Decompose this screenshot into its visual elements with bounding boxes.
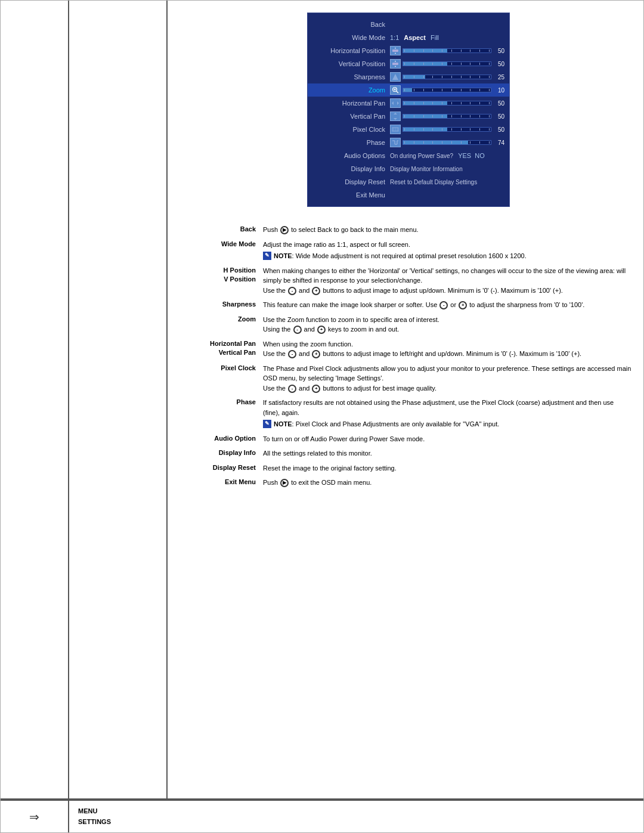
desc-label-sharpness-d: Sharpness [185, 300, 263, 310]
wide-mode-aspect[interactable]: Aspect [404, 34, 426, 41]
footer-text-col: MENU SETTINGS [69, 803, 120, 830]
note-icon-wide-mode: ✎ [263, 252, 271, 260]
osd-label-v-pan: Vertical Pan [312, 113, 390, 120]
osd-row-wide-mode[interactable]: Wide Mode 1:1 Aspect Fill [308, 31, 509, 44]
circle-plus-h: + [312, 287, 320, 295]
desc-row-wide-mode: Wide Mode Adjust the image ratio as 1:1,… [185, 240, 631, 261]
desc-row-hv-pos: H PositionV Position When making changes… [185, 266, 631, 296]
note-text-wide-mode: NOTE: Wide Mode adjustment is not requir… [274, 251, 527, 261]
desc-content-zoom: Use the Zoom function to zoom in to spec… [263, 315, 631, 335]
v-pos-value: 50 [493, 61, 504, 67]
phase-track [402, 140, 491, 145]
circle-plus-z: + [317, 326, 326, 334]
wide-mode-fill[interactable]: Fill [431, 34, 439, 41]
audio-yes-btn[interactable]: YES [458, 152, 471, 159]
desc-row-audio-opt: Audio Option To turn on or off Audio Pow… [185, 434, 631, 444]
osd-value-h-pan: 50 [390, 98, 504, 108]
phase-note: ✎ NOTE: Pixel Clock and Phase Adjustment… [263, 419, 631, 429]
osd-row-h-pan[interactable]: Horizontal Pan 50 [308, 97, 509, 110]
desc-content-display-info: All the settings related to this monitor… [263, 448, 631, 459]
left-border-col [1, 1, 69, 798]
page-wrapper: Back Wide Mode 1:1 Aspect Fill [0, 0, 644, 833]
zoom-icon [390, 85, 401, 95]
osd-row-h-pos[interactable]: Horizontal Position 50 [308, 44, 509, 57]
circle-minus-h: - [288, 287, 296, 295]
osd-row-audio-options[interactable]: Audio Options On during Power Save? YES … [308, 149, 509, 162]
h-pos-icon [390, 46, 401, 55]
osd-label-display-info: Display Info [312, 165, 390, 172]
osd-value-v-pos: 50 [390, 59, 504, 69]
circle-minus-p: - [288, 350, 296, 358]
osd-value-h-pos: 50 [390, 46, 504, 55]
circle-minus-z: - [293, 326, 302, 334]
svg-marker-6 [392, 74, 398, 80]
osd-row-pixel-clock[interactable]: Pixel Clock 50 [308, 123, 509, 136]
pixel-clock-slider-container: 50 [390, 125, 504, 134]
desc-label-pan: Horizontal PanVertical Pan [185, 339, 263, 359]
desc-label-phase-d: Phase [185, 398, 263, 429]
h-pan-icon [390, 98, 401, 108]
h-pos-value: 50 [493, 48, 504, 54]
osd-label-wide-mode: Wide Mode [312, 34, 390, 41]
osd-row-back[interactable]: Back [308, 18, 509, 31]
osd-row-display-reset[interactable]: Display Reset Reset to Default Display S… [308, 175, 509, 188]
v-pos-icon [390, 59, 401, 69]
phase-icon [390, 138, 401, 147]
svg-rect-11 [393, 102, 398, 104]
wide-mode-note: ✎ NOTE: Wide Mode adjustment is not requ… [263, 251, 631, 261]
osd-row-sharpness[interactable]: Sharpness 25 [308, 70, 509, 83]
desc-label-display-reset-d: Display Reset [185, 463, 263, 473]
osd-value-v-pan: 50 [390, 112, 504, 121]
sharpness-track [402, 75, 491, 79]
osd-row-v-pos[interactable]: Vertical Position 50 [308, 57, 509, 70]
svg-marker-12 [392, 101, 394, 105]
h-pan-slider-container: 50 [390, 98, 504, 108]
phase-value: 74 [493, 140, 504, 146]
desc-row-zoom: Zoom Use the Zoom function to zoom in to… [185, 315, 631, 335]
osd-row-v-pan[interactable]: Vertical Pan 50 [308, 110, 509, 123]
menu-icon: ⇒ [29, 810, 39, 824]
osd-value-zoom: 10 [390, 85, 504, 95]
v-pan-value: 50 [493, 113, 504, 120]
osd-label-sharpness: Sharpness [312, 73, 390, 80]
footer-bar: ⇒ MENU SETTINGS [1, 800, 643, 832]
osd-label-exit-menu: Exit Menu [312, 191, 390, 199]
svg-marker-1 [395, 48, 396, 49]
footer-label1: MENU [78, 806, 111, 817]
osd-label-audio-options: Audio Options [312, 152, 390, 159]
v-pan-slider-container: 50 [390, 112, 504, 121]
desc-row-display-info: Display Info All the settings related to… [185, 448, 631, 459]
svg-rect-0 [392, 49, 398, 52]
desc-content-exit-menu: Push ▶ to exit the OSD main menu. [263, 478, 631, 488]
zoom-value: 10 [493, 87, 504, 94]
desc-content-back: Push ▶ to select Back to go back to the … [263, 225, 631, 235]
pixel-clock-value: 50 [493, 126, 504, 133]
svg-marker-16 [394, 118, 397, 120]
pixel-clock-icon [390, 125, 401, 134]
desc-row-phase: Phase If satisfactory results are not ob… [185, 398, 631, 429]
svg-marker-13 [397, 101, 399, 105]
footer-icon-col: ⇒ [1, 801, 69, 832]
osd-row-phase[interactable]: Phase 74 [308, 136, 509, 149]
osd-row-display-info[interactable]: Display Info Display Monitor Information [308, 162, 509, 175]
osd-value-sharpness: 25 [390, 72, 504, 82]
osd-row-exit-menu[interactable]: Exit Menu [308, 188, 509, 202]
wide-mode-1-1[interactable]: 1:1 [390, 34, 399, 41]
osd-label-pixel-clock: Pixel Clock [312, 126, 390, 133]
phase-slider-container: 74 [390, 138, 504, 147]
osd-value-audio-options: On during Power Save? YES NO [390, 152, 504, 159]
note-icon-phase: ✎ [263, 420, 271, 428]
circle-btn-back: ▶ [280, 226, 289, 234]
circle-btn-exit: ▶ [280, 479, 289, 487]
osd-row-zoom[interactable]: Zoom 10 [308, 83, 509, 97]
main-content: Back Wide Mode 1:1 Aspect Fill [1, 1, 643, 800]
circle-minus-s: - [439, 301, 448, 309]
sharpness-icon [390, 72, 401, 82]
osd-label-display-reset: Display Reset [312, 178, 390, 185]
svg-marker-2 [395, 52, 396, 54]
audio-no-btn[interactable]: NO [475, 152, 485, 159]
svg-marker-5 [395, 66, 396, 67]
desc-row-display-reset: Display Reset Reset the image to the ori… [185, 463, 631, 473]
osd-label-h-pan: Horizontal Pan [312, 100, 390, 107]
osd-label-zoom: Zoom [312, 86, 390, 94]
